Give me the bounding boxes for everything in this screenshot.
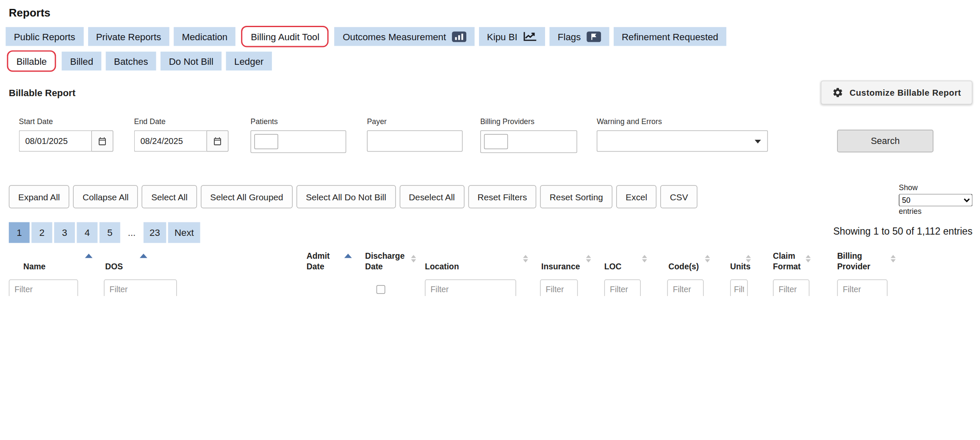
- filter-location-input[interactable]: [425, 279, 516, 296]
- filter-insurance-input[interactable]: [540, 279, 578, 296]
- select-all-grouped-button[interactable]: Select All Grouped: [201, 185, 293, 208]
- page-button-23[interactable]: 23: [143, 222, 166, 243]
- page-button-4[interactable]: 4: [77, 222, 97, 243]
- pagination: 1 2 3 4 5 ... 23 Next Showing 1 to 50 of…: [9, 222, 972, 243]
- show-entries: Show 50 entries: [899, 183, 972, 216]
- patients-token-input[interactable]: [254, 134, 278, 149]
- select-all-button[interactable]: Select All: [142, 185, 197, 208]
- column-header-codes[interactable]: Code(s): [655, 249, 718, 278]
- warnings-field: Warning and Errors: [597, 117, 768, 152]
- sort-icon: [806, 255, 811, 263]
- column-header-claim-format[interactable]: Claim Format: [759, 249, 818, 278]
- filter-name-input[interactable]: [9, 279, 78, 296]
- page-button-1[interactable]: 1: [9, 222, 30, 243]
- column-header-discharge-date[interactable]: Discharge Date: [362, 249, 424, 278]
- report-filters: Start Date End Date Patients Payer Billi…: [0, 117, 980, 155]
- column-header-actions: [903, 249, 972, 278]
- page-title: Reports: [9, 6, 980, 19]
- filter-dos-input[interactable]: [104, 279, 177, 296]
- tab-label: Ledger: [234, 56, 263, 66]
- end-date-field: End Date: [134, 117, 229, 152]
- sort-icon: [705, 255, 710, 263]
- patients-label: Patients: [251, 117, 346, 126]
- page-button-2[interactable]: 2: [31, 222, 52, 243]
- sort-icon: [746, 255, 751, 263]
- filter-codes-input[interactable]: [667, 279, 703, 296]
- next-page-button[interactable]: Next: [168, 222, 200, 243]
- reset-sorting-button[interactable]: Reset Sorting: [540, 185, 612, 208]
- end-date-input[interactable]: [134, 130, 207, 152]
- tab-refinement-requested[interactable]: Refinement Requested: [614, 27, 727, 46]
- sort-icon: [411, 255, 416, 263]
- select-all-do-not-bill-button[interactable]: Select All Do Not Bill: [296, 185, 396, 208]
- billing-providers-token-input[interactable]: [484, 134, 508, 149]
- tab-medication[interactable]: Medication: [174, 27, 235, 46]
- column-header-location[interactable]: Location: [424, 249, 536, 278]
- column-header-dos[interactable]: DOS: [100, 249, 177, 278]
- report-heading: Billable Report: [9, 87, 75, 98]
- search-button[interactable]: Search: [837, 130, 933, 152]
- report-header: Billable Report Customize Billable Repor…: [9, 80, 972, 104]
- tab-label: Private Reports: [96, 31, 161, 42]
- tab-do-not-bill[interactable]: Do Not Bill: [161, 52, 221, 71]
- filter-billing-provider-input[interactable]: [837, 279, 888, 296]
- tab-label: Outcomes Measurement: [343, 31, 446, 42]
- tab-outcomes-measurement[interactable]: Outcomes Measurement: [335, 27, 474, 46]
- collapse-all-button[interactable]: Collapse All: [73, 185, 138, 208]
- filter-units-input[interactable]: [730, 279, 748, 296]
- reset-filters-button[interactable]: Reset Filters: [468, 185, 536, 208]
- tab-label: Batches: [114, 56, 148, 66]
- patients-field: Patients: [251, 117, 346, 153]
- filter-claim-format-input[interactable]: [773, 279, 809, 296]
- tab-batches[interactable]: Batches: [106, 52, 156, 71]
- tab-label: Billing Audit Tool: [251, 31, 319, 42]
- calendar-icon[interactable]: [91, 130, 113, 152]
- page-size-select[interactable]: 50: [899, 194, 972, 207]
- billing-providers-field: Billing Providers: [480, 117, 577, 153]
- tab-billed[interactable]: Billed: [62, 52, 101, 71]
- payer-input[interactable]: [367, 130, 462, 152]
- column-header-admit-date[interactable]: Admit Date: [297, 249, 362, 278]
- start-date-label: Start Date: [19, 117, 114, 126]
- warnings-select[interactable]: [597, 130, 768, 152]
- expand-all-button[interactable]: Expand All: [9, 185, 69, 208]
- filter-loc-input[interactable]: [604, 279, 641, 296]
- page-button-5[interactable]: 5: [100, 222, 120, 243]
- chevron-down-icon: [755, 140, 761, 144]
- sort-icon: [891, 255, 896, 263]
- customize-billable-report-button[interactable]: Customize Billable Report: [821, 80, 973, 104]
- column-header-name[interactable]: Name: [9, 249, 100, 278]
- excel-button[interactable]: Excel: [616, 185, 656, 208]
- page-button-3[interactable]: 3: [54, 222, 75, 243]
- tab-private-reports[interactable]: Private Reports: [88, 27, 169, 46]
- tab-public-reports[interactable]: Public Reports: [6, 27, 83, 46]
- column-header-loc[interactable]: LOC: [598, 249, 654, 278]
- tab-ledger[interactable]: Ledger: [226, 52, 272, 71]
- start-date-input[interactable]: [19, 130, 91, 152]
- entries-summary: Showing 1 to 50 of 1,112 entries: [833, 226, 972, 238]
- column-header-select: [177, 249, 249, 278]
- payer-label: Payer: [367, 117, 462, 126]
- column-header-insurance[interactable]: Insurance: [536, 249, 599, 278]
- tab-billing-audit-tool[interactable]: Billing Audit Tool: [241, 26, 329, 47]
- sort-asc-icon: [85, 254, 93, 258]
- show-label: Show: [899, 183, 918, 192]
- billing-providers-label: Billing Providers: [480, 117, 577, 126]
- csv-button[interactable]: CSV: [660, 185, 697, 208]
- tab-label: Billable: [17, 56, 47, 66]
- column-header-billing-provider[interactable]: Billing Provider: [818, 249, 903, 278]
- patients-input[interactable]: [251, 130, 346, 153]
- tab-billable[interactable]: Billable: [7, 50, 56, 72]
- filter-discharge-checkbox[interactable]: [376, 285, 385, 294]
- tab-label: Do Not Bill: [169, 56, 213, 66]
- deselect-all-button[interactable]: Deselect All: [399, 185, 464, 208]
- calendar-icon[interactable]: [206, 130, 228, 152]
- tab-flags[interactable]: Flags: [550, 27, 609, 46]
- bar-chart-icon: [452, 31, 466, 42]
- column-header-dont-bill: [249, 249, 297, 278]
- billing-providers-input[interactable]: [480, 130, 577, 153]
- sort-icon: [523, 255, 528, 263]
- tab-kipu-bi[interactable]: Kipu BI: [479, 27, 545, 46]
- column-header-units[interactable]: Units: [717, 249, 759, 278]
- end-date-label: End Date: [134, 117, 229, 126]
